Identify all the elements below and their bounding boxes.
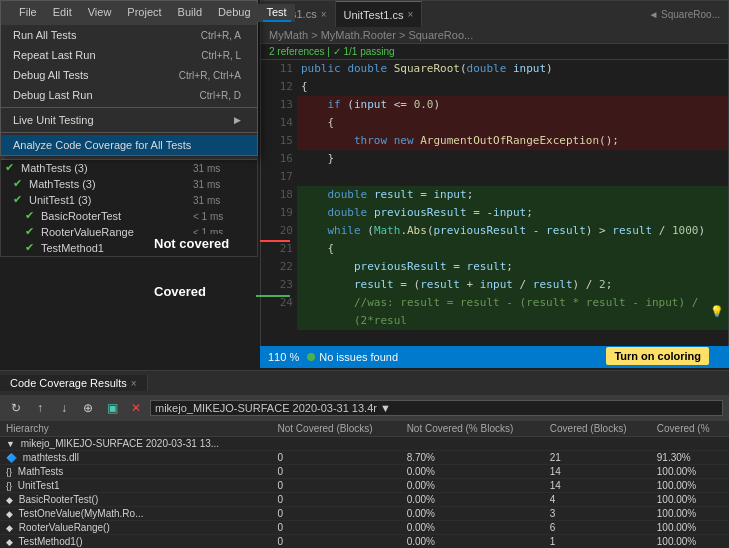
c-blocks: 14 xyxy=(544,465,651,479)
menu-tab-file[interactable]: File xyxy=(15,4,41,22)
tree-icon: ◆ xyxy=(6,523,13,533)
nc-pct: 0.00% xyxy=(401,535,544,549)
pass-icon: ✔ xyxy=(25,225,39,239)
zoom-level: 110 % xyxy=(268,351,299,363)
close-icon[interactable]: × xyxy=(407,9,413,20)
table-row: ◆ RooterValueRange() 0 0.00% 6 100.00% xyxy=(0,521,729,535)
no-issues-icon xyxy=(307,353,315,361)
menu-item-debug-all[interactable]: Debug All Tests Ctrl+R, Ctrl+A xyxy=(1,65,257,85)
code-line-not-covered: if (input <= 0.0) xyxy=(297,96,728,114)
turn-on-coloring-button[interactable]: Turn on coloring xyxy=(606,347,709,365)
coloring-btn-panel[interactable]: ▣ xyxy=(102,398,122,418)
menu-tab-debug[interactable]: Debug xyxy=(214,4,254,22)
test-row[interactable]: ✔ MathTests (3) 31 ms xyxy=(1,176,257,192)
test-row[interactable]: ✔ UnitTest1 (3) 31 ms xyxy=(1,192,257,208)
table-row: 🔷 mathtests.dll 0 8.70% 21 91.30% xyxy=(0,451,729,465)
tree-icon: {} xyxy=(6,481,12,491)
code-line: public double SquareRoot(double input) xyxy=(297,60,728,78)
code-line-covered: { xyxy=(297,240,728,258)
code-line-covered: previousResult = result; xyxy=(297,258,728,276)
close-icon[interactable]: × xyxy=(131,378,137,389)
export-btn[interactable]: ↑ xyxy=(30,398,50,418)
c-blocks: 6 xyxy=(544,521,651,535)
editor-tab-bar: Class1.cs × UnitTest1.cs × ◄ SquareRoo..… xyxy=(261,1,728,27)
row-name: mathtests.dll xyxy=(23,452,79,463)
col-nc-pct: Not Covered (% Blocks) xyxy=(401,421,544,437)
editor-area: Class1.cs × UnitTest1.cs × ◄ SquareRoo..… xyxy=(260,0,729,368)
c-pct: 100.00% xyxy=(651,465,729,479)
close-icon[interactable]: × xyxy=(321,9,327,20)
lightbulb-icon[interactable]: 💡 xyxy=(710,303,724,321)
nc-blocks: 0 xyxy=(272,535,401,549)
tab-unittest1[interactable]: UnitTest1.cs × xyxy=(336,1,423,27)
coverage-results-scroll[interactable]: Hierarchy Not Covered (Blocks) Not Cover… xyxy=(0,421,729,548)
row-name: UnitTest1 xyxy=(18,480,60,491)
annotation-not-covered: Not covered xyxy=(148,234,235,253)
menu-tab-build[interactable]: Build xyxy=(174,4,206,22)
nc-blocks: 0 xyxy=(272,479,401,493)
code-line xyxy=(297,168,728,186)
nc-blocks: 0 xyxy=(272,507,401,521)
menu-item-live-unit[interactable]: Live Unit Testing xyxy=(1,110,257,130)
code-line: { xyxy=(297,78,728,96)
code-line-covered: double result = input; xyxy=(297,186,728,204)
merge-btn[interactable]: ⊕ xyxy=(78,398,98,418)
col-hierarchy: Hierarchy xyxy=(0,421,272,437)
nc-pct: 0.00% xyxy=(401,507,544,521)
coverage-panel: Code Coverage Results × ↻ ↑ ↓ ⊕ ▣ ✕ Hier… xyxy=(0,370,729,548)
breadcrumb: MyMath > MyMath.Rooter > SquareRoo... xyxy=(261,27,728,44)
menu-tab-project[interactable]: Project xyxy=(123,4,165,22)
nc-pct: 0.00% xyxy=(401,493,544,507)
code-line-covered: double previousResult = -input; xyxy=(297,204,728,222)
c-blocks xyxy=(544,437,651,451)
nc-blocks: 0 xyxy=(272,451,401,465)
tab-unittest1-label: UnitTest1.cs xyxy=(344,9,404,21)
menu-item-analyze-coverage[interactable]: Analyze Code Coverage for All Tests xyxy=(1,135,257,155)
menu-tab-test[interactable]: Test xyxy=(263,4,291,22)
import-btn[interactable]: ↓ xyxy=(54,398,74,418)
issues-text: No issues found xyxy=(319,351,398,363)
nc-blocks: 0 xyxy=(272,521,401,535)
nc-pct: 0.00% xyxy=(401,521,544,535)
pass-icon: ✔ xyxy=(5,161,19,175)
test-name: MathTests (3) xyxy=(21,162,193,174)
col-c-pct: Covered (% xyxy=(651,421,729,437)
test-duration: 31 ms xyxy=(193,179,253,190)
table-row: ▼ mikejo_MIKEJO-SURFACE 2020-03-31 13... xyxy=(0,437,729,451)
menu-tab-view[interactable]: View xyxy=(84,4,116,22)
tree-icon: ◆ xyxy=(6,509,13,519)
tree-icon: ▼ xyxy=(6,439,15,449)
c-pct: 100.00% xyxy=(651,535,729,549)
menu-item-debug-last[interactable]: Debug Last Run Ctrl+R, D xyxy=(1,85,257,105)
table-row: ◆ BasicRooterTest() 0 0.00% 4 100.00% xyxy=(0,493,729,507)
c-blocks: 21 xyxy=(544,451,651,465)
table-header-row: Hierarchy Not Covered (Blocks) Not Cover… xyxy=(0,421,729,437)
panel-toolbar: ↻ ↑ ↓ ⊕ ▣ ✕ xyxy=(0,395,729,421)
refresh-coverage-btn[interactable]: ↻ xyxy=(6,398,26,418)
menu-item-run-all[interactable]: Run All Tests Ctrl+R, A xyxy=(1,25,257,45)
code-line-not-covered: throw new ArgumentOutOfRangeException(); xyxy=(297,132,728,150)
c-blocks: 1 xyxy=(544,535,651,549)
test-row[interactable]: ✔ MathTests (3) 31 ms xyxy=(1,160,257,176)
row-name: RooterValueRange() xyxy=(19,522,110,533)
panel-tab-bar: Code Coverage Results × xyxy=(0,371,729,395)
c-pct: 91.30% xyxy=(651,451,729,465)
row-name: TestOneValue(MyMath.Ro... xyxy=(19,508,144,519)
tab-code-coverage[interactable]: Code Coverage Results × xyxy=(0,375,148,391)
c-blocks: 3 xyxy=(544,507,651,521)
code-body: 1112131415 1617181920 21222324 public do… xyxy=(261,60,728,344)
nc-pct: 0.00% xyxy=(401,479,544,493)
table-row: ◆ TestMethod1() 0 0.00% 1 100.00% xyxy=(0,535,729,549)
menu-item-repeat-last[interactable]: Repeat Last Run Ctrl+R, L xyxy=(1,45,257,65)
menu-tab-bar: File Edit View Project Build Debug Test xyxy=(11,4,295,22)
menu-separator xyxy=(1,107,257,108)
coverage-filter-input[interactable] xyxy=(150,400,723,416)
c-pct xyxy=(651,437,729,451)
coverage-tbody: ▼ mikejo_MIKEJO-SURFACE 2020-03-31 13...… xyxy=(0,437,729,549)
arrow-covered xyxy=(256,295,290,297)
pass-icon: ✔ xyxy=(25,209,39,223)
menu-tab-edit[interactable]: Edit xyxy=(49,4,76,22)
test-row[interactable]: ✔ BasicRooterTest < 1 ms xyxy=(1,208,257,224)
test-duration: 31 ms xyxy=(193,195,253,206)
stop-coverage-btn[interactable]: ✕ xyxy=(126,398,146,418)
